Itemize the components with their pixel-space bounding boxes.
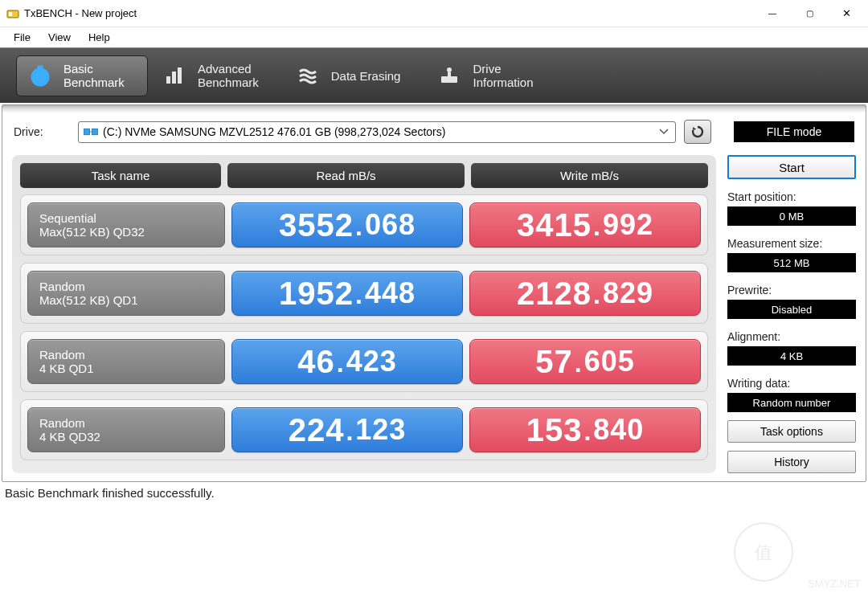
titlebar: TxBENCH - New project — ▢ ✕ xyxy=(0,0,868,27)
writing-data-label: Writing data: xyxy=(727,377,856,390)
task-cell[interactable]: Random 4 KB QD1 xyxy=(27,339,225,384)
maximize-button[interactable]: ▢ xyxy=(791,2,828,26)
start-position-value[interactable]: 0 MB xyxy=(727,206,856,226)
start-button[interactable]: Start xyxy=(727,155,856,179)
write-value: 153.840 xyxy=(469,407,701,452)
app-icon xyxy=(6,7,19,20)
svg-rect-7 xyxy=(178,67,182,84)
header-task: Task name xyxy=(20,163,221,188)
file-mode-button[interactable]: FILE mode xyxy=(734,121,854,142)
menu-view[interactable]: View xyxy=(39,29,80,46)
alignment-label: Alignment: xyxy=(727,330,856,343)
watermark: 值 SMYZ.NET xyxy=(731,520,868,595)
measurement-size-label: Measurement size: xyxy=(727,237,856,250)
drive-selected-text: (C:) NVMe SAMSUNG MZVL2512 476.01 GB (99… xyxy=(103,125,445,138)
write-value: 57.605 xyxy=(469,339,701,384)
history-button[interactable]: History xyxy=(727,451,856,473)
tab-drive-information[interactable]: DriveInformation xyxy=(426,55,555,96)
tab-advanced-benchmark[interactable]: AdvancedBenchmark xyxy=(151,55,281,96)
statusbar: Basic Benchmark finished successfully. xyxy=(0,484,868,503)
svg-rect-5 xyxy=(166,76,170,84)
read-value: 1952.448 xyxy=(231,271,463,316)
erase-icon xyxy=(296,63,320,88)
alignment-value[interactable]: 4 KB xyxy=(727,346,856,366)
read-value: 224.123 xyxy=(231,407,463,452)
row-sequential-qd32: Sequential Max(512 KB) QD32 3552.068 341… xyxy=(20,194,708,255)
svg-text:SMYZ.NET: SMYZ.NET xyxy=(808,578,861,590)
row-random-4k-qd1: Random 4 KB QD1 46.423 57.605 xyxy=(20,331,708,392)
drive-select[interactable]: (C:) NVMe SAMSUNG MZVL2512 476.01 GB (99… xyxy=(78,121,676,143)
tab-basic-benchmark[interactable]: BasicBenchmark xyxy=(16,55,148,96)
svg-rect-11 xyxy=(84,129,90,135)
tab-label: Basic xyxy=(63,62,93,76)
task-cell[interactable]: Random 4 KB QD32 xyxy=(27,407,225,452)
read-value: 3552.068 xyxy=(231,202,463,247)
header-write: Write mB/s xyxy=(471,163,708,188)
measurement-size-value[interactable]: 512 MB xyxy=(727,253,856,272)
svg-rect-1 xyxy=(9,12,12,16)
benchmark-table: Task name Read mB/s Write mB/s Sequentia… xyxy=(12,155,716,473)
drive-label: Drive: xyxy=(14,125,70,138)
svg-rect-12 xyxy=(92,129,99,135)
task-cell[interactable]: Random Max(512 KB) QD1 xyxy=(27,271,225,316)
minimize-button[interactable]: — xyxy=(754,2,791,26)
drive-info-icon xyxy=(437,63,461,88)
task-options-button[interactable]: Task options xyxy=(727,420,856,443)
sidebar: Start Start position: 0 MB Measurement s… xyxy=(727,155,856,473)
svg-point-14 xyxy=(735,523,792,581)
svg-text:值: 值 xyxy=(755,542,772,562)
read-value: 46.423 xyxy=(231,339,463,384)
tabstrip: BasicBenchmark AdvancedBenchmark Data Er… xyxy=(0,47,868,103)
close-button[interactable]: ✕ xyxy=(828,2,865,26)
svg-rect-10 xyxy=(448,72,451,76)
writing-data-value[interactable]: Random number xyxy=(727,393,856,412)
task-cell[interactable]: Sequential Max(512 KB) QD32 xyxy=(27,202,225,247)
prewrite-value[interactable]: Disabled xyxy=(727,300,856,319)
svg-rect-6 xyxy=(172,72,176,84)
svg-point-8 xyxy=(447,67,452,72)
status-text: Basic Benchmark finished successfully. xyxy=(5,486,215,500)
menu-file[interactable]: File xyxy=(5,29,39,46)
chevron-down-icon xyxy=(657,129,670,135)
window-title: TxBENCH - New project xyxy=(24,7,137,19)
prewrite-label: Prewrite: xyxy=(727,284,856,296)
start-position-label: Start position: xyxy=(727,190,856,203)
write-value: 2128.829 xyxy=(469,271,701,316)
tab-data-erasing[interactable]: Data Erasing xyxy=(285,55,424,96)
write-value: 3415.992 xyxy=(469,202,701,247)
row-random-4k-qd32: Random 4 KB QD32 224.123 153.840 xyxy=(20,399,708,460)
row-random-512-qd1: Random Max(512 KB) QD1 1952.448 2128.829 xyxy=(20,263,708,324)
svg-rect-3 xyxy=(38,66,43,68)
main-panel: Drive: (C:) NVMe SAMSUNG MZVL2512 476.01… xyxy=(2,104,866,482)
barchart-icon xyxy=(162,63,186,88)
header-read: Read mB/s xyxy=(227,163,465,188)
stopwatch-icon xyxy=(28,63,52,88)
menu-help[interactable]: Help xyxy=(80,29,119,46)
refresh-icon xyxy=(690,125,705,139)
menubar: File View Help xyxy=(0,27,868,47)
svg-rect-9 xyxy=(441,76,457,83)
drive-icon xyxy=(84,127,98,137)
refresh-button[interactable] xyxy=(684,120,711,144)
